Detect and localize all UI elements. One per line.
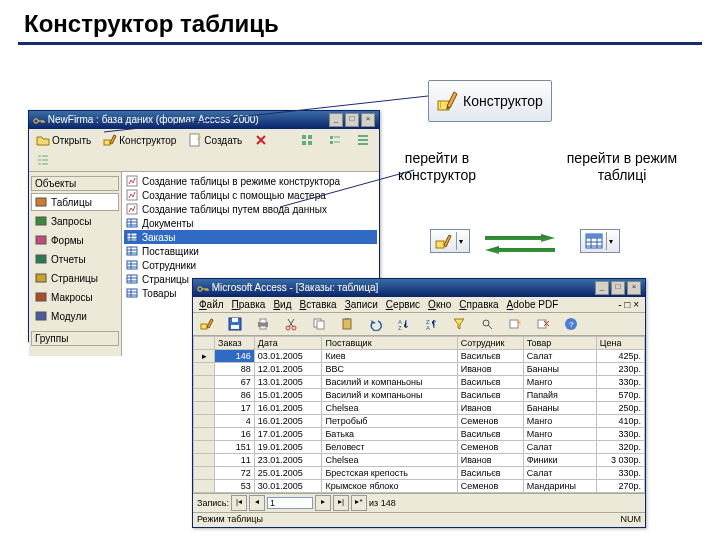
table-row[interactable]: ▸14603.01.2005КиевВасильєвСалат425р. bbox=[194, 350, 645, 363]
design-view-big-button[interactable]: Конструктор bbox=[428, 80, 552, 122]
next-record-button[interactable]: ▸ bbox=[315, 495, 331, 511]
cell[interactable]: Салат bbox=[523, 467, 596, 480]
cell[interactable]: Финики bbox=[523, 454, 596, 467]
cell[interactable]: 17 bbox=[215, 402, 255, 415]
row-selector[interactable] bbox=[194, 376, 215, 389]
list-item[interactable]: Поставщики bbox=[124, 244, 377, 258]
cell[interactable]: Петробыб bbox=[322, 415, 457, 428]
cell[interactable]: 3 030р. bbox=[596, 454, 644, 467]
column-header[interactable]: Дата bbox=[254, 337, 322, 350]
cell[interactable]: Васильєв bbox=[457, 428, 523, 441]
first-record-button[interactable]: |◂ bbox=[231, 495, 247, 511]
cell[interactable]: 23.01.2005 bbox=[254, 454, 322, 467]
list-item[interactable]: Создание таблицы в режиме конструктора bbox=[124, 174, 377, 188]
last-record-button[interactable]: ▸| bbox=[333, 495, 349, 511]
close-button[interactable]: × bbox=[361, 113, 375, 127]
cut-button[interactable] bbox=[279, 315, 305, 333]
view-details[interactable] bbox=[31, 151, 57, 169]
cell[interactable]: Chelsea bbox=[322, 402, 457, 415]
cell[interactable]: Беловест bbox=[322, 441, 457, 454]
nav-item-Отчеты[interactable]: Отчеты bbox=[31, 250, 119, 268]
prev-record-button[interactable]: ◂ bbox=[249, 495, 265, 511]
cell[interactable]: 330р. bbox=[596, 376, 644, 389]
row-selector[interactable] bbox=[194, 415, 215, 428]
menu-Справка[interactable]: Справка bbox=[459, 299, 498, 310]
column-header[interactable]: Заказ bbox=[215, 337, 255, 350]
cell[interactable]: Василий и компаньоны bbox=[322, 376, 457, 389]
table-row[interactable]: 7225.01.2005Брестская крепостьВасильєвСа… bbox=[194, 467, 645, 480]
access-titlebar[interactable]: Microsoft Access - [Заказы: таблица] _ □… bbox=[193, 279, 645, 297]
cell[interactable]: Иванов bbox=[457, 402, 523, 415]
row-selector[interactable] bbox=[194, 467, 215, 480]
cell[interactable]: 250р. bbox=[596, 402, 644, 415]
list-item[interactable]: Создание таблицы с помощью мастера bbox=[124, 188, 377, 202]
cell[interactable]: Брестская крепость bbox=[322, 467, 457, 480]
db-design-button[interactable]: Конструктор bbox=[98, 131, 181, 149]
cell[interactable]: Иванов bbox=[457, 454, 523, 467]
datasheet-view-small-button[interactable]: ▾ bbox=[580, 229, 620, 253]
cell[interactable]: Васильєв bbox=[457, 467, 523, 480]
cell[interactable]: 15.01.2005 bbox=[254, 389, 322, 402]
paste-button[interactable] bbox=[335, 315, 361, 333]
cell[interactable]: Батька bbox=[322, 428, 457, 441]
dropdown-arrow-icon[interactable]: ▾ bbox=[456, 232, 465, 250]
row-selector[interactable] bbox=[194, 363, 215, 376]
cell[interactable]: 330р. bbox=[596, 467, 644, 480]
cell[interactable]: 88 bbox=[215, 363, 255, 376]
cell[interactable]: 16.01.2005 bbox=[254, 402, 322, 415]
menu-Записи[interactable]: Записи bbox=[345, 299, 378, 310]
table-row[interactable]: 8615.01.2005Василий и компаньоныВасильєв… bbox=[194, 389, 645, 402]
db-create-button[interactable]: Создать bbox=[183, 131, 247, 149]
cell[interactable]: Мандарины bbox=[523, 480, 596, 493]
column-header[interactable]: Товар bbox=[523, 337, 596, 350]
record-number-input[interactable] bbox=[267, 497, 313, 509]
find-button[interactable] bbox=[475, 315, 501, 333]
table-row[interactable]: 15119.01.2005БеловестСеменовСалат320р. bbox=[194, 441, 645, 454]
cell[interactable]: Chelsea bbox=[322, 454, 457, 467]
cell[interactable]: Василий и компаньоны bbox=[322, 389, 457, 402]
cell[interactable]: 11 bbox=[215, 454, 255, 467]
cell[interactable]: Бананы bbox=[523, 402, 596, 415]
sort-desc-button[interactable]: ZA bbox=[419, 315, 445, 333]
nav-item-Запросы[interactable]: Запросы bbox=[31, 212, 119, 230]
cell[interactable]: 25.01.2005 bbox=[254, 467, 322, 480]
cell[interactable]: Васильєв bbox=[457, 389, 523, 402]
cell[interactable]: 230р. bbox=[596, 363, 644, 376]
maximize-button[interactable]: □ bbox=[611, 281, 625, 295]
list-item[interactable]: Заказы bbox=[124, 230, 377, 244]
select-all-corner[interactable] bbox=[194, 337, 215, 350]
cell[interactable]: Семенов bbox=[457, 415, 523, 428]
row-selector[interactable] bbox=[194, 428, 215, 441]
menu-Окно[interactable]: Окно bbox=[428, 299, 451, 310]
cell[interactable]: Семенов bbox=[457, 480, 523, 493]
dropdown-arrow-icon[interactable]: ▾ bbox=[606, 232, 615, 250]
row-selector[interactable] bbox=[194, 402, 215, 415]
column-header[interactable]: Поставщик bbox=[322, 337, 457, 350]
view-button[interactable] bbox=[195, 315, 221, 333]
row-selector[interactable] bbox=[194, 454, 215, 467]
cell[interactable]: Семенов bbox=[457, 441, 523, 454]
cell[interactable]: Бананы bbox=[523, 363, 596, 376]
row-selector[interactable]: ▸ bbox=[194, 350, 215, 363]
sort-asc-button[interactable]: AZ bbox=[391, 315, 417, 333]
cell[interactable]: Крымское яблоко bbox=[322, 480, 457, 493]
cell[interactable]: Васильєв bbox=[457, 350, 523, 363]
cell[interactable]: Васильєв bbox=[457, 376, 523, 389]
column-header[interactable]: Цена bbox=[596, 337, 644, 350]
cell[interactable]: Папайя bbox=[523, 389, 596, 402]
table-row[interactable]: 8812.01.2005BBCИвановБананы230р. bbox=[194, 363, 645, 376]
cell[interactable]: 146 bbox=[215, 350, 255, 363]
cell[interactable]: 53 bbox=[215, 480, 255, 493]
cell[interactable]: Киев bbox=[322, 350, 457, 363]
cell[interactable]: BBC bbox=[322, 363, 457, 376]
cell[interactable]: 4 bbox=[215, 415, 255, 428]
table-row[interactable]: 416.01.2005ПетробыбСеменовМанго410р. bbox=[194, 415, 645, 428]
minimize-button[interactable]: _ bbox=[329, 113, 343, 127]
cell[interactable]: 19.01.2005 bbox=[254, 441, 322, 454]
help-button[interactable]: ? bbox=[559, 315, 585, 333]
access-menubar[interactable]: ФайлПравкаВидВставкаЗаписиСервисОкноСпра… bbox=[193, 297, 645, 313]
view-large-icons[interactable] bbox=[295, 131, 321, 149]
row-selector[interactable] bbox=[194, 480, 215, 493]
cell[interactable]: 86 bbox=[215, 389, 255, 402]
menu-Сервис[interactable]: Сервис bbox=[386, 299, 420, 310]
